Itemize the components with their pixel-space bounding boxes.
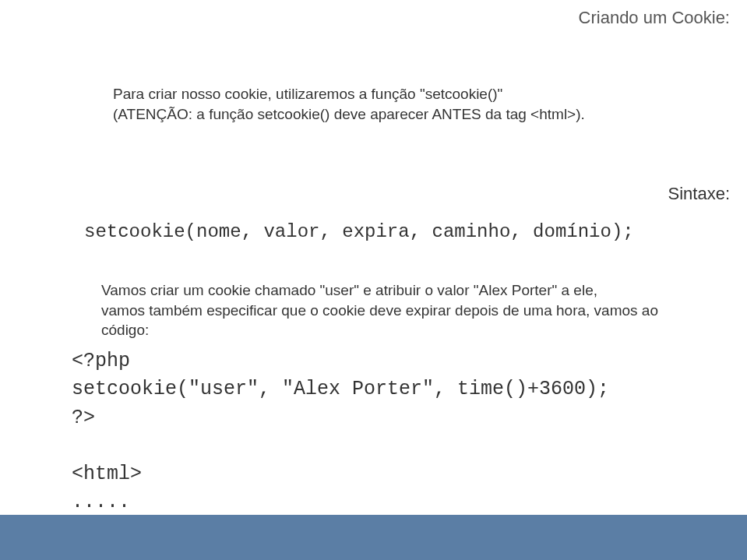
code-line-5: <html> <box>72 463 142 485</box>
intro-paragraph: Para criar nosso cookie, utilizaremos a … <box>113 84 685 124</box>
syntax-label: Sintaxe: <box>668 184 731 204</box>
code-line-1: <?php <box>72 350 130 372</box>
syntax-code: setcookie(nome, valor, expira, caminho, … <box>84 221 634 242</box>
code-line-2: setcookie("user", "Alex Porter", time()+… <box>72 378 609 400</box>
code-line-3: ?> <box>72 407 95 429</box>
code-line-6: ..... <box>72 491 130 513</box>
intro-line-1: Para criar nosso cookie, utilizaremos a … <box>113 86 502 102</box>
bottom-decoration-bar <box>0 515 747 560</box>
code-block: <?php setcookie("user", "Alex Porter", t… <box>72 347 609 517</box>
example-line-1: Vamos criar um cookie chamado "user" e a… <box>101 282 597 298</box>
example-line-2: vamos também especificar que o cookie de… <box>101 302 658 339</box>
example-paragraph: Vamos criar um cookie chamado "user" e a… <box>101 280 692 340</box>
page-title: Criando um Cookie: <box>579 8 730 28</box>
intro-line-2: (ATENÇÃO: a função setcookie() deve apar… <box>113 106 585 122</box>
